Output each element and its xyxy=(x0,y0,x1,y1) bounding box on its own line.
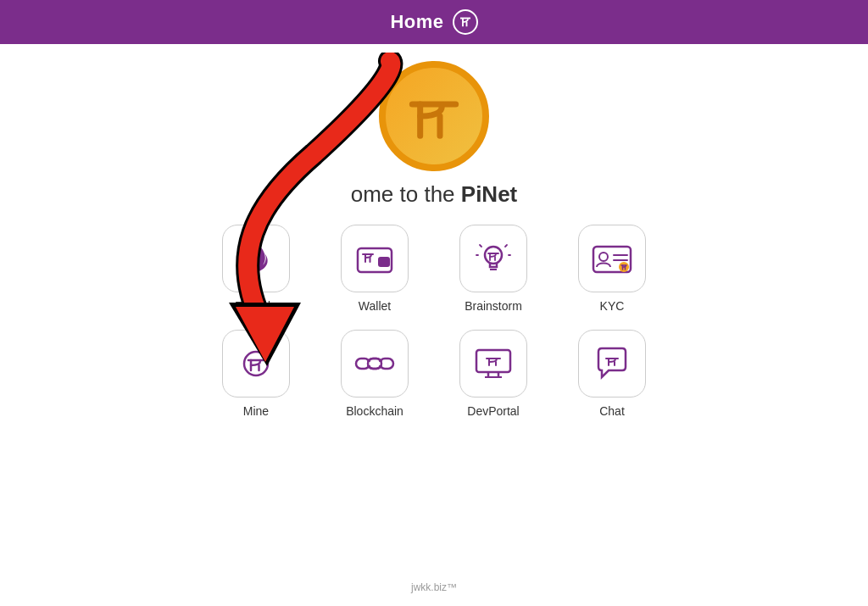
svg-point-23 xyxy=(599,253,608,261)
app-brainstorm[interactable]: Brainstorm xyxy=(447,225,540,313)
app-kyc[interactable]: KYC xyxy=(565,225,659,313)
brainstorm-label: Brainstorm xyxy=(465,299,522,313)
svg-line-18 xyxy=(480,245,481,247)
svg-rect-9 xyxy=(378,257,390,267)
kyc-icon-box xyxy=(578,225,646,292)
footer: jwkk.biz™ xyxy=(0,581,868,593)
blockchain-label: Blockchain xyxy=(346,404,403,418)
app-wallet[interactable]: Wallet xyxy=(328,225,421,313)
app-blockchain[interactable]: Blockchain xyxy=(328,330,421,418)
devportal-icon-box xyxy=(459,330,527,398)
header-title: Home xyxy=(390,11,443,33)
app-header: Home xyxy=(0,0,868,44)
chat-label: Chat xyxy=(599,404,625,418)
fireside-label: Fireside xyxy=(235,299,277,313)
pi-header-icon xyxy=(453,9,478,35)
footer-text: jwkk.biz™ xyxy=(411,581,457,593)
mine-label: Mine xyxy=(243,404,269,418)
wallet-label: Wallet xyxy=(359,299,391,313)
app-chat[interactable]: Chat xyxy=(565,330,659,418)
devportal-label: DevPortal xyxy=(467,404,519,418)
brainstorm-icon-box xyxy=(459,225,527,292)
app-devportal[interactable]: DevPortal xyxy=(447,330,540,418)
main-content: ome to the PiNet Fireside xyxy=(0,44,868,606)
svg-point-30 xyxy=(244,352,268,375)
apps-row-1: Fireside Wallet xyxy=(209,225,659,313)
chat-icon-box xyxy=(578,330,646,398)
pi-logo xyxy=(379,61,489,171)
wallet-icon-box xyxy=(341,225,409,292)
kyc-label: KYC xyxy=(600,299,625,313)
mine-icon-box xyxy=(222,330,290,398)
logo-area: ome to the PiNet xyxy=(0,44,868,208)
fireside-icon-box xyxy=(222,225,290,292)
apps-section: Fireside Wallet xyxy=(0,225,868,418)
welcome-text: ome to the PiNet xyxy=(351,181,518,208)
blockchain-icon-box xyxy=(341,330,409,398)
app-mine[interactable]: Mine xyxy=(209,330,303,418)
apps-row-2: Mine Blockchain xyxy=(209,330,659,418)
svg-point-13 xyxy=(485,247,502,264)
app-fireside[interactable]: Fireside xyxy=(209,225,303,313)
svg-line-19 xyxy=(505,245,507,247)
